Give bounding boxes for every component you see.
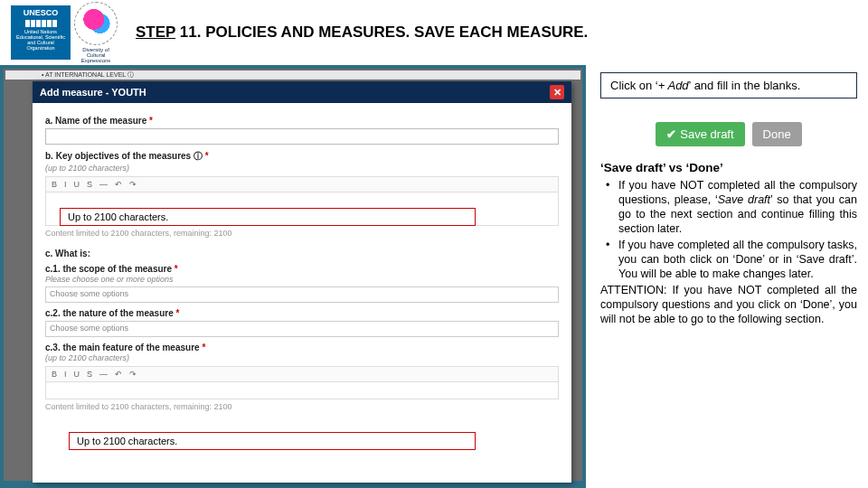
slide-header: UNESCO United Nations Educational, Scien…: [0, 0, 868, 65]
screenshot-panel: • AT INTERNATIONAL LEVEL ⓘ Add measure -…: [0, 65, 586, 488]
field-c-label: c. What is:: [45, 249, 559, 258]
undo-icon[interactable]: ↶: [113, 180, 124, 189]
field-a-input[interactable]: [45, 128, 559, 145]
save-draft-button[interactable]: ✔ Save draft: [656, 122, 744, 146]
italic-icon[interactable]: I: [62, 180, 69, 189]
explain-body: If you have NOT completed all the compul…: [600, 178, 857, 326]
strike-icon[interactable]: S: [85, 180, 94, 189]
field-c1-select[interactable]: Choose some options: [45, 286, 559, 303]
explain-title: ‘Save draft’ vs ‘Done’: [600, 161, 857, 174]
sep-icon: —: [98, 370, 109, 379]
field-b-sub: (up to 2100 characters): [45, 164, 559, 173]
screenshot-wrap: • AT INTERNATIONAL LEVEL ⓘ Add measure -…: [4, 69, 582, 481]
modal-header: Add measure - YOUTH ✕: [33, 81, 571, 103]
field-c1-hint: Please choose one or more options: [45, 275, 559, 284]
unesco-logo: UNESCO United Nations Educational, Scien…: [11, 5, 71, 60]
tip-pre: Click on ‘: [610, 79, 658, 92]
unesco-logo-title: UNESCO: [13, 9, 69, 18]
page-title-step: STEP: [136, 23, 175, 41]
limit-note-2: Content limited to 2100 characters, rema…: [45, 402, 559, 411]
undo-icon[interactable]: ↶: [113, 370, 124, 379]
field-a-label: a. Name of the measure *: [45, 116, 559, 126]
rte-toolbar-1[interactable]: B I U S — ↶ ↷: [45, 176, 559, 192]
bold-icon[interactable]: B: [50, 370, 59, 379]
field-c1-label: c.1. the scope of the measure *: [45, 264, 559, 274]
field-c3-label: c.3. the main feature of the measure *: [45, 343, 559, 352]
tip-box: Click on ‘+ Add’ and fill in the blanks.: [600, 72, 857, 99]
check-icon: ✔: [666, 127, 676, 141]
save-draft-label: Save draft: [680, 127, 733, 141]
unesco-logo-sub: United Nations Educational, Scientific a…: [13, 29, 69, 51]
italic-icon[interactable]: I: [62, 370, 69, 379]
field-c2-select[interactable]: Choose some options: [45, 321, 559, 337]
dce-logo-wrap: Diversity of Cultural Expressions: [74, 2, 118, 63]
done-button[interactable]: Done: [752, 122, 802, 146]
page-title: STEP 11. POLICIES AND MEASURES. SAVE EAC…: [136, 23, 588, 42]
modal: Add measure - YOUTH ✕ a. Name of the mea…: [33, 81, 571, 483]
close-icon[interactable]: ✕: [550, 85, 564, 99]
page-title-rest: 11. POLICIES AND MEASURES. SAVE EACH MEA…: [175, 23, 588, 41]
rte-area-2[interactable]: [45, 381, 559, 399]
underline-icon[interactable]: U: [72, 180, 82, 189]
explain-attention: ATTENTION: If you have NOT completed all…: [600, 283, 857, 326]
tip-em: + Add: [658, 79, 689, 92]
limit-note-1: Content limited to 2100 characters, rema…: [45, 229, 559, 238]
explain-bullet-2: If you have completed all the compulsory…: [606, 238, 857, 281]
unesco-logo-bars: [13, 20, 69, 27]
modal-title: Add measure - YOUTH: [40, 87, 146, 98]
body-row: • AT INTERNATIONAL LEVEL ⓘ Add measure -…: [0, 65, 868, 488]
redo-icon[interactable]: ↷: [127, 370, 138, 379]
dce-logo-sub: Diversity of Cultural Expressions: [74, 47, 118, 63]
browser-strip: • AT INTERNATIONAL LEVEL ⓘ: [5, 70, 580, 80]
redo-icon[interactable]: ↷: [127, 180, 138, 189]
modal-body: a. Name of the measure * b. Key objectiv…: [33, 103, 571, 418]
instructions-panel: Click on ‘+ Add’ and fill in the blanks.…: [586, 65, 868, 488]
dce-logo-icon: [74, 2, 118, 45]
rte-toolbar-2[interactable]: B I U S — ↶ ↷: [45, 366, 559, 381]
field-c2-label: c.2. the nature of the measure *: [45, 308, 559, 318]
bold-icon[interactable]: B: [50, 180, 59, 189]
sep-icon: —: [98, 180, 109, 189]
tip-post: ’ and fill in the blanks.: [689, 79, 801, 92]
field-c3-sub: (up to 2100 characters): [45, 353, 559, 362]
done-label: Done: [763, 127, 791, 141]
field-b-label: b. Key objectives of the measures ⓘ *: [45, 150, 559, 163]
callout-2: Up to 2100 characters.: [69, 432, 476, 450]
underline-icon[interactable]: U: [72, 370, 82, 379]
logo-block: UNESCO United Nations Educational, Scien…: [11, 2, 118, 63]
callout-1: Up to 2100 characters.: [60, 208, 476, 226]
explain-bullet-1: If you have NOT completed all the compul…: [606, 178, 857, 236]
button-row: ✔ Save draft Done: [600, 109, 857, 161]
strike-icon[interactable]: S: [85, 370, 94, 379]
